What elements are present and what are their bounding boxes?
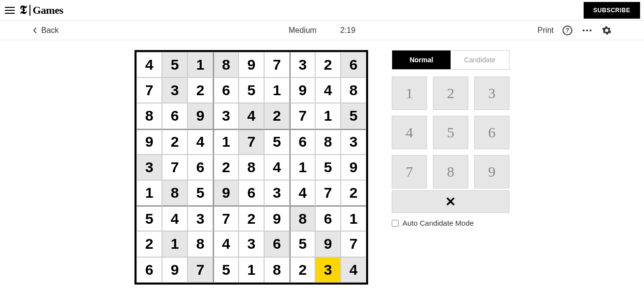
cell-r4-c1[interactable]: 7 [162, 155, 188, 180]
cell-r7-c7[interactable]: 9 [315, 231, 341, 257]
erase-button[interactable]: ✕ [392, 190, 510, 213]
cell-r6-c5[interactable]: 9 [264, 206, 290, 231]
cell-r1-c2[interactable]: 2 [188, 78, 213, 103]
cell-r3-c1[interactable]: 2 [162, 129, 188, 155]
cell-r1-c6[interactable]: 9 [290, 78, 315, 103]
cell-r0-c4[interactable]: 9 [239, 52, 264, 78]
cell-r1-c3[interactable]: 6 [213, 78, 239, 103]
numpad-8[interactable]: 8 [433, 155, 468, 188]
cell-r5-c5[interactable]: 3 [264, 180, 290, 206]
cell-r1-c8[interactable]: 8 [341, 78, 366, 103]
cell-r5-c3[interactable]: 9 [213, 180, 239, 206]
cell-r6-c4[interactable]: 2 [239, 206, 264, 231]
cell-r8-c7[interactable]: 3 [315, 257, 341, 283]
cell-r5-c6[interactable]: 4 [290, 180, 315, 206]
cell-r4-c5[interactable]: 4 [264, 155, 290, 180]
cell-r0-c2[interactable]: 1 [188, 52, 213, 78]
cell-r1-c5[interactable]: 1 [264, 78, 290, 103]
subscribe-button[interactable]: SUBSCRIBE [584, 2, 640, 19]
cell-r7-c5[interactable]: 6 [264, 231, 290, 257]
cell-r4-c3[interactable]: 2 [213, 155, 239, 180]
cell-r7-c3[interactable]: 4 [213, 231, 239, 257]
cell-r3-c8[interactable]: 3 [341, 129, 366, 155]
cell-r3-c2[interactable]: 4 [188, 129, 213, 155]
cell-r5-c8[interactable]: 2 [341, 180, 366, 206]
cell-r2-c5[interactable]: 2 [264, 103, 290, 129]
cell-r6-c1[interactable]: 4 [162, 206, 188, 231]
cell-r4-c0[interactable]: 3 [136, 155, 162, 180]
cell-r6-c0[interactable]: 5 [136, 206, 162, 231]
cell-r6-c2[interactable]: 3 [188, 206, 213, 231]
cell-r3-c5[interactable]: 5 [264, 129, 290, 155]
mode-normal-button[interactable]: Normal [392, 51, 451, 69]
cell-r5-c4[interactable]: 6 [239, 180, 264, 206]
cell-r7-c6[interactable]: 5 [290, 231, 315, 257]
cell-r0-c3[interactable]: 8 [213, 52, 239, 78]
cell-r4-c7[interactable]: 5 [315, 155, 341, 180]
cell-r5-c2[interactable]: 5 [188, 180, 213, 206]
cell-r1-c7[interactable]: 4 [315, 78, 341, 103]
cell-r0-c1[interactable]: 5 [162, 52, 188, 78]
numpad-9[interactable]: 9 [474, 155, 510, 188]
cell-r8-c3[interactable]: 5 [213, 257, 239, 283]
cell-r1-c4[interactable]: 5 [239, 78, 264, 103]
cell-r4-c2[interactable]: 6 [188, 155, 213, 180]
numpad-6[interactable]: 6 [474, 116, 510, 149]
cell-r5-c1[interactable]: 8 [162, 180, 188, 206]
cell-r5-c0[interactable]: 1 [136, 180, 162, 206]
cell-r4-c4[interactable]: 8 [239, 155, 264, 180]
cell-r2-c3[interactable]: 3 [213, 103, 239, 129]
cell-r2-c4[interactable]: 4 [239, 103, 264, 129]
numpad-5[interactable]: 5 [433, 116, 468, 149]
numpad-3[interactable]: 3 [474, 77, 510, 110]
cell-r0-c6[interactable]: 3 [290, 52, 315, 78]
cell-r3-c7[interactable]: 8 [315, 129, 341, 155]
cell-r7-c2[interactable]: 8 [188, 231, 213, 257]
cell-r3-c0[interactable]: 9 [136, 129, 162, 155]
numpad-1[interactable]: 1 [392, 77, 427, 110]
cell-r0-c5[interactable]: 7 [264, 52, 290, 78]
cell-r7-c1[interactable]: 1 [162, 231, 188, 257]
cell-r4-c6[interactable]: 1 [290, 155, 315, 180]
numpad-4[interactable]: 4 [392, 116, 427, 149]
cell-r7-c4[interactable]: 3 [239, 231, 264, 257]
cell-r1-c1[interactable]: 3 [162, 78, 188, 103]
more-button[interactable] [581, 25, 593, 36]
cell-r0-c8[interactable]: 6 [341, 52, 366, 78]
auto-candidate-row[interactable]: Auto Candidate Mode [392, 219, 510, 227]
cell-r8-c8[interactable]: 4 [341, 257, 366, 283]
cell-r5-c7[interactable]: 7 [315, 180, 341, 206]
mode-candidate-button[interactable]: Candidate [451, 51, 509, 69]
print-button[interactable]: Print [537, 26, 554, 35]
cell-r8-c2[interactable]: 7 [188, 257, 213, 283]
cell-r2-c2[interactable]: 9 [188, 103, 213, 129]
cell-r2-c7[interactable]: 1 [315, 103, 341, 129]
cell-r3-c4[interactable]: 7 [239, 129, 264, 155]
cell-r3-c3[interactable]: 1 [213, 129, 239, 155]
cell-r7-c8[interactable]: 7 [341, 231, 366, 257]
logo[interactable]: 𝕿 Games [20, 3, 63, 17]
cell-r3-c6[interactable]: 6 [290, 129, 315, 155]
cell-r1-c0[interactable]: 7 [136, 78, 162, 103]
cell-r8-c0[interactable]: 6 [136, 257, 162, 283]
cell-r6-c6[interactable]: 8 [290, 206, 315, 231]
cell-r2-c6[interactable]: 7 [290, 103, 315, 129]
help-button[interactable]: ? [562, 25, 573, 36]
cell-r2-c1[interactable]: 6 [162, 103, 188, 129]
auto-candidate-checkbox[interactable] [392, 220, 399, 227]
cell-r4-c8[interactable]: 9 [341, 155, 366, 180]
numpad-2[interactable]: 2 [433, 77, 468, 110]
cell-r2-c8[interactable]: 5 [341, 103, 366, 129]
cell-r8-c1[interactable]: 9 [162, 257, 188, 283]
settings-button[interactable] [601, 25, 613, 36]
cell-r2-c0[interactable]: 8 [136, 103, 162, 129]
numpad-7[interactable]: 7 [392, 155, 427, 188]
cell-r0-c7[interactable]: 2 [315, 52, 341, 78]
cell-r7-c0[interactable]: 2 [136, 231, 162, 257]
cell-r8-c6[interactable]: 2 [290, 257, 315, 283]
cell-r8-c4[interactable]: 1 [239, 257, 264, 283]
cell-r6-c7[interactable]: 6 [315, 206, 341, 231]
cell-r0-c0[interactable]: 4 [136, 52, 162, 78]
cell-r6-c8[interactable]: 1 [341, 206, 366, 231]
back-button[interactable]: Back [31, 26, 59, 35]
